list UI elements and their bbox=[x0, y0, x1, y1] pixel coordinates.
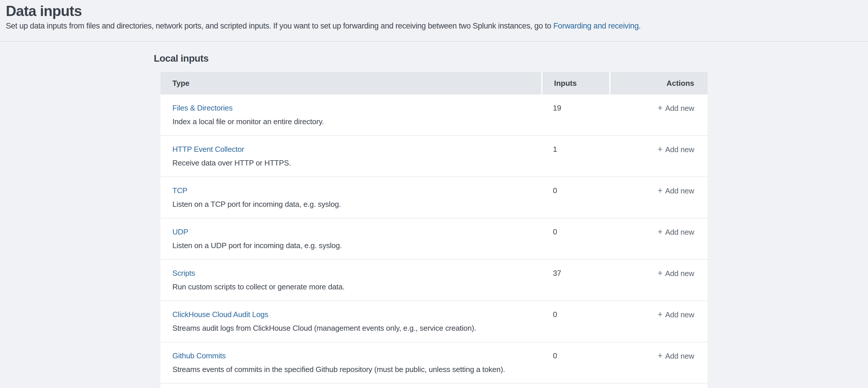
input-type-link[interactable]: TCP bbox=[173, 185, 187, 196]
input-type-link[interactable]: Files & Directories bbox=[173, 103, 232, 113]
input-type-description: Streams events of commits in the specifi… bbox=[173, 364, 541, 374]
page-title: Data inputs bbox=[6, 3, 868, 20]
add-new-label: Add new bbox=[665, 310, 694, 319]
input-type-link[interactable]: Scripts bbox=[173, 268, 195, 278]
input-type-link[interactable]: UDP bbox=[173, 227, 188, 237]
table-row-udp: UDP Listen on a UDP port for incoming da… bbox=[160, 218, 708, 260]
plus-icon: + bbox=[657, 309, 662, 319]
input-type-link[interactable]: HTTP Event Collector bbox=[173, 144, 244, 154]
plus-icon: + bbox=[657, 227, 662, 236]
plus-icon: + bbox=[657, 351, 662, 360]
subtitle-text: Set up data inputs from files and direct… bbox=[6, 22, 553, 30]
inputs-count: 19 bbox=[541, 103, 609, 113]
plus-icon: + bbox=[657, 144, 662, 154]
plus-icon: + bbox=[657, 185, 662, 195]
add-new-button[interactable]: +Add new bbox=[657, 185, 694, 196]
add-new-label: Add new bbox=[665, 352, 694, 360]
input-type-description: Listen on a TCP port for incoming data, … bbox=[173, 199, 541, 209]
table-row-clickhouse-cloud-audit-logs: ClickHouse Cloud Audit Logs Streams audi… bbox=[160, 301, 708, 342]
table-header-row: Type Inputs Actions bbox=[160, 72, 708, 94]
inputs-count: 37 bbox=[541, 268, 609, 278]
actions-cell: +Add new bbox=[609, 268, 708, 278]
add-new-label: Add new bbox=[665, 228, 694, 236]
add-new-button[interactable]: +Add new bbox=[657, 144, 694, 154]
inputs-count: 0 bbox=[541, 309, 609, 319]
page-header: Data inputs Set up data inputs from file… bbox=[0, 0, 868, 41]
actions-cell: +Add new bbox=[609, 309, 708, 320]
add-new-label: Add new bbox=[665, 104, 694, 113]
inputs-count: 1 bbox=[541, 144, 609, 154]
table-row-scripts: Scripts Run custom scripts to collect or… bbox=[160, 260, 708, 301]
add-new-button[interactable]: +Add new bbox=[657, 103, 694, 113]
add-new-button[interactable]: +Add new bbox=[657, 351, 694, 361]
add-new-label: Add new bbox=[665, 145, 694, 154]
inputs-count: 0 bbox=[541, 351, 609, 361]
actions-cell: +Add new bbox=[609, 185, 708, 196]
input-type-description: Index a local file or monitor an entire … bbox=[173, 117, 541, 126]
table-row-http-event-collector: HTTP Event Collector Receive data over H… bbox=[160, 136, 708, 177]
section-heading-local-inputs: Local inputs bbox=[154, 53, 868, 64]
input-type-description: Receive data over HTTP or HTTPS. bbox=[173, 158, 541, 168]
table-row-tcp: TCP Listen on a TCP port for incoming da… bbox=[160, 177, 708, 218]
add-new-button[interactable]: +Add new bbox=[657, 268, 694, 278]
type-cell: UDP Listen on a UDP port for incoming da… bbox=[160, 227, 541, 250]
add-new-label: Add new bbox=[665, 186, 694, 195]
table-row-github-commits: Github Commits Streams events of commits… bbox=[160, 342, 708, 384]
type-cell: HTTP Event Collector Receive data over H… bbox=[160, 144, 541, 168]
add-new-button[interactable]: +Add new bbox=[657, 227, 694, 237]
add-new-label: Add new bbox=[665, 269, 694, 278]
actions-cell: +Add new bbox=[609, 103, 708, 113]
actions-cell: +Add new bbox=[609, 227, 708, 237]
plus-icon: + bbox=[657, 103, 662, 113]
column-header-inputs: Inputs bbox=[541, 72, 609, 94]
subtitle-period: . bbox=[639, 22, 641, 30]
input-type-description: Run custom scripts to collect or generat… bbox=[173, 282, 541, 292]
forwarding-and-receiving-link[interactable]: Forwarding and receiving bbox=[553, 22, 639, 30]
local-inputs-table: Type Inputs Actions Files & Directories … bbox=[160, 72, 708, 388]
input-type-description: Streams audit logs from ClickHouse Cloud… bbox=[173, 323, 541, 333]
input-type-description: Listen on a UDP port for incoming data, … bbox=[173, 241, 541, 250]
type-cell: TCP Listen on a TCP port for incoming da… bbox=[160, 185, 541, 209]
column-header-actions: Actions bbox=[609, 72, 708, 94]
type-cell: Files & Directories Index a local file o… bbox=[160, 103, 541, 126]
page-subtitle: Set up data inputs from files and direct… bbox=[6, 21, 868, 31]
actions-cell: +Add new bbox=[609, 351, 708, 361]
type-cell: Scripts Run custom scripts to collect or… bbox=[160, 268, 541, 292]
table-row-files-directories: Files & Directories Index a local file o… bbox=[160, 94, 708, 136]
type-cell: Github Commits Streams events of commits… bbox=[160, 351, 541, 374]
plus-icon: + bbox=[657, 268, 662, 278]
inputs-count: 0 bbox=[541, 185, 609, 196]
input-type-link[interactable]: ClickHouse Cloud Audit Logs bbox=[173, 309, 268, 319]
table-row-partial bbox=[160, 384, 708, 388]
input-type-link[interactable]: Github Commits bbox=[173, 351, 226, 361]
column-header-type: Type bbox=[160, 72, 541, 94]
type-cell: ClickHouse Cloud Audit Logs Streams audi… bbox=[160, 309, 541, 333]
main-content: Local inputs Type Inputs Actions Files &… bbox=[0, 41, 868, 388]
inputs-count: 0 bbox=[541, 227, 609, 237]
add-new-button[interactable]: +Add new bbox=[657, 309, 694, 320]
actions-cell: +Add new bbox=[609, 144, 708, 154]
